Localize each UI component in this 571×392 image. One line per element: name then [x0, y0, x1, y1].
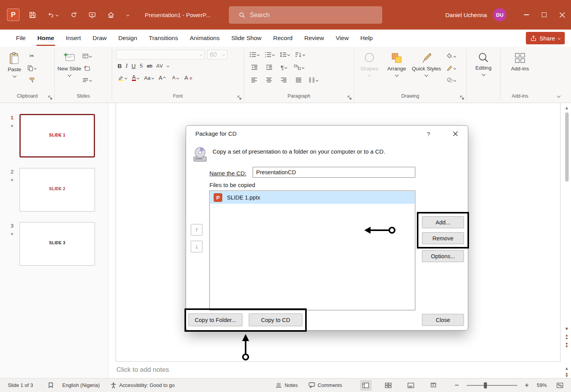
tab-record[interactable]: Record — [267, 30, 299, 47]
collapse-ribbon-button[interactable] — [557, 92, 560, 99]
bold-button[interactable]: B — [118, 63, 122, 69]
shape-effects-button[interactable] — [446, 75, 456, 85]
normal-view-button[interactable] — [360, 380, 372, 391]
slide-thumbnail-1[interactable]: 1 ★ SLIDE 1 — [0, 114, 108, 158]
quick-styles-button[interactable]: Quick Styles — [412, 50, 441, 76]
minimize-button[interactable] — [517, 0, 535, 30]
file-list-item[interactable]: P SLIDE 1.pptx — [210, 191, 415, 204]
dialog-help-button[interactable]: ? — [424, 130, 433, 138]
character-spacing-button[interactable]: AV — [156, 63, 163, 69]
shapes-button[interactable]: Shapes — [357, 50, 381, 76]
shape-fill-button[interactable] — [446, 51, 456, 61]
notes-scroll-buttons[interactable]: ▲▼ — [565, 372, 569, 378]
text-shadow-button[interactable]: S — [140, 63, 143, 69]
sort-button[interactable] — [295, 50, 305, 59]
files-list[interactable]: P SLIDE 1.pptx — [209, 191, 415, 310]
comments-button[interactable]: Comments — [309, 382, 342, 388]
columns-button[interactable] — [309, 75, 318, 85]
shape-outline-button[interactable] — [446, 63, 456, 73]
slide-thumbnail-canvas[interactable]: SLIDE 2 — [19, 168, 95, 212]
font-dialog-launcher[interactable] — [237, 96, 242, 100]
paragraph-dialog-launcher[interactable] — [348, 96, 352, 100]
avatar[interactable]: DU — [493, 8, 506, 21]
tab-home[interactable]: Home — [32, 30, 60, 47]
copy-to-cd-button[interactable]: Copy to CD — [249, 313, 302, 326]
numbering-button[interactable] — [265, 50, 274, 59]
font-size-combo[interactable]: 60 — [207, 50, 227, 60]
justify-button[interactable] — [294, 75, 303, 85]
decrease-font-size-button[interactable]: A — [171, 73, 180, 82]
remove-button[interactable]: Remove — [422, 232, 464, 244]
paste-button[interactable]: Paste — [2, 50, 26, 77]
tab-view[interactable]: View — [330, 30, 355, 47]
previous-slide-button[interactable]: ▲▲ — [565, 334, 569, 340]
zoom-slider-thumb[interactable] — [484, 382, 487, 388]
notes-toggle-button[interactable]: Notes — [276, 382, 298, 388]
section-button[interactable] — [82, 75, 91, 85]
italic-button[interactable]: I — [126, 63, 128, 69]
zoom-out-button[interactable] — [451, 380, 463, 391]
text-direction-button[interactable]: ¶ — [279, 63, 288, 72]
increase-indent-button[interactable] — [264, 63, 274, 72]
add-button[interactable]: Add... — [422, 216, 464, 228]
home-button[interactable] — [105, 9, 117, 21]
underline-button[interactable]: U — [132, 63, 136, 69]
undo-button[interactable] — [45, 9, 61, 21]
options-button[interactable]: Options... — [422, 250, 464, 262]
spell-check-button[interactable] — [48, 382, 54, 388]
font-name-combo[interactable] — [116, 50, 205, 60]
tab-transitions[interactable]: Transitions — [143, 30, 184, 47]
accessibility-button[interactable]: Accessibility: Good to go — [111, 382, 174, 388]
close-button[interactable] — [553, 0, 571, 30]
fit-to-window-button[interactable] — [554, 380, 566, 391]
redo-button[interactable] — [68, 9, 79, 21]
scrollbar-thumb[interactable] — [565, 112, 569, 182]
maximize-button[interactable] — [535, 0, 553, 30]
clear-formatting-button[interactable]: A — [184, 73, 193, 82]
copy-button[interactable] — [27, 63, 37, 73]
drawing-dialog-launcher[interactable] — [460, 96, 464, 100]
slide-sorter-view-button[interactable] — [383, 380, 394, 391]
close-dialog-button[interactable]: Close — [422, 314, 464, 326]
language-button[interactable]: English (Nigeria) — [62, 382, 100, 388]
tab-help[interactable]: Help — [355, 30, 379, 47]
copy-to-folder-button[interactable]: Copy to Folder... — [188, 313, 242, 326]
notes-pane[interactable]: Click to add notes — [116, 362, 560, 378]
decrease-indent-button[interactable] — [249, 63, 259, 72]
addins-button[interactable]: Add-ins — [508, 50, 532, 72]
zoom-level[interactable]: 59% — [537, 382, 547, 388]
cut-button[interactable]: ✂ — [27, 51, 37, 61]
tab-design[interactable]: Design — [112, 30, 143, 47]
search-box[interactable] — [229, 6, 382, 24]
slide-layout-button[interactable] — [82, 51, 91, 61]
slideshow-view-button[interactable] — [428, 380, 439, 391]
slide-thumbnail-canvas[interactable]: SLIDE 3 — [19, 222, 95, 266]
change-case-button[interactable]: Aa — [144, 73, 154, 82]
highlight-color-button[interactable] — [118, 73, 127, 82]
cd-name-input[interactable] — [253, 167, 415, 178]
format-painter-button[interactable] — [27, 75, 37, 85]
tab-animations[interactable]: Animations — [184, 30, 225, 47]
slide-counter[interactable]: Slide 1 of 3 — [8, 382, 33, 388]
save-button[interactable] — [26, 9, 38, 21]
tab-draw[interactable]: Draw — [87, 30, 112, 47]
convert-to-smartart-button[interactable] — [294, 63, 304, 72]
font-color-button[interactable]: A — [131, 73, 140, 82]
reading-view-button[interactable] — [405, 380, 417, 391]
editing-button[interactable]: Editing — [471, 50, 495, 75]
clipboard-dialog-launcher[interactable] — [48, 96, 53, 100]
notes-placeholder[interactable]: Click to add notes — [116, 366, 169, 374]
arrange-button[interactable]: Arrange — [385, 50, 409, 76]
strikethrough-button[interactable]: ab — [147, 63, 152, 69]
vertical-scrollbar[interactable]: ▲ ▼ ▲▲ ▼▼ ▲ ▲▼ — [563, 105, 571, 378]
scroll-down-button[interactable]: ▼ — [565, 326, 569, 331]
scroll-up-button[interactable]: ▲ — [565, 105, 569, 110]
next-slide-button[interactable]: ▼▼ — [565, 343, 569, 348]
reset-slide-button[interactable] — [82, 63, 91, 73]
start-slideshow-button[interactable] — [86, 9, 98, 21]
share-button[interactable]: Share — [526, 32, 565, 44]
dialog-close-button[interactable] — [450, 129, 461, 139]
new-slide-button[interactable]: New Slide — [57, 50, 81, 76]
slide-thumbnail-2[interactable]: 2 ★ SLIDE 2 — [0, 168, 108, 212]
slide-thumbnail-3[interactable]: 3 ★ SLIDE 3 — [0, 222, 108, 266]
